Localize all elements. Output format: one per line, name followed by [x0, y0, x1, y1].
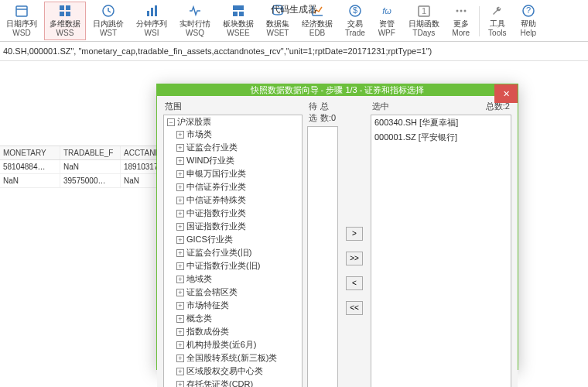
expand-icon[interactable]: + — [176, 315, 184, 323]
toolbar-wsee[interactable]: 板块数据WSEE — [217, 2, 259, 40]
svg-rect-7 — [147, 11, 149, 16]
expand-icon[interactable]: + — [176, 341, 184, 349]
dialog-title-bar: 快照数据数据向导 - 步骤 1/3 - 证券和指标选择 ✕ — [157, 84, 518, 96]
selected-item[interactable]: 000001.SZ [平安银行] — [371, 130, 511, 145]
fx-icon: fω — [380, 4, 394, 18]
close-icon: ✕ — [503, 89, 510, 99]
tree-item[interactable]: +国证指数行业类 — [176, 220, 302, 233]
cell[interactable]: 58104884… — [0, 160, 60, 173]
tree-item[interactable]: +证监会行业类 — [176, 141, 302, 154]
svg-point-21 — [463, 10, 466, 12]
toolbar-trade[interactable]: $交易Trade — [340, 2, 371, 40]
expand-icon[interactable]: + — [176, 197, 184, 204]
expand-icon[interactable]: + — [176, 276, 184, 283]
tree-item[interactable]: +中信证券特殊类 — [176, 194, 302, 207]
tree-item[interactable]: +中信证券行业类 — [176, 180, 302, 194]
svg-rect-10 — [233, 5, 244, 10]
selected-list[interactable]: 600340.SH [华夏幸福]000001.SZ [平安银行] — [371, 115, 511, 387]
expand-icon[interactable]: + — [176, 328, 184, 336]
cell[interactable]: 39575000… — [60, 174, 121, 187]
tree-item[interactable]: +指数成份类 — [176, 325, 302, 338]
toolbar-wpf[interactable]: fω资管WPF — [372, 2, 402, 40]
expand-icon[interactable]: + — [176, 262, 184, 270]
tree-item[interactable]: +申银万国行业类 — [176, 167, 302, 180]
wizard-dialog: 快照数据数据向导 - 步骤 1/3 - 证券和指标选择 ✕ 范围 −沪深股票 +… — [156, 84, 518, 370]
svg-rect-8 — [151, 8, 153, 16]
close-button[interactable]: ✕ — [494, 84, 518, 103]
expand-icon[interactable]: + — [176, 249, 184, 257]
pulse-icon — [188, 4, 202, 18]
expand-icon[interactable]: + — [176, 381, 184, 387]
expand-icon[interactable]: + — [176, 354, 184, 362]
tree-item[interactable]: +WIND行业类 — [176, 154, 302, 167]
expand-icon[interactable]: + — [176, 289, 184, 296]
svg-rect-3 — [66, 5, 70, 10]
expand-icon[interactable]: + — [176, 170, 184, 178]
tree-item[interactable]: +存托凭证类(CDR) — [176, 378, 302, 387]
cell[interactable]: NaN — [60, 160, 121, 173]
toolbar-tdays[interactable]: 1日期函数TDays — [403, 2, 445, 40]
pending-count: 总数:0 — [320, 101, 337, 124]
cell[interactable]: NaN — [0, 174, 60, 187]
expand-icon[interactable]: + — [176, 223, 184, 231]
tree-item[interactable]: +中证指数行业类 — [176, 207, 302, 220]
tree-item[interactable]: +证监会行业类(旧) — [176, 246, 302, 259]
svg-point-20 — [460, 10, 462, 12]
tree-root: 沪深股票 — [177, 117, 211, 126]
tree-item[interactable]: +机构持股类(近6月) — [176, 338, 302, 351]
svg-rect-12 — [239, 12, 244, 16]
svg-rect-2 — [60, 5, 64, 10]
tree-item[interactable]: +市场特征类 — [176, 299, 302, 312]
formula-bar: 40.SH,000001.SZ", "monetary_cap,tradable… — [0, 42, 588, 61]
add-button[interactable]: > — [346, 227, 363, 241]
toolbar-help[interactable]: ?帮助Help — [514, 2, 543, 40]
toolbar-wsq[interactable]: 实时行情WSQ — [174, 2, 216, 40]
tree-item[interactable]: +概念类 — [176, 312, 302, 325]
expand-icon[interactable]: + — [176, 210, 184, 217]
tree-item[interactable]: +市场类 — [176, 128, 302, 141]
dialog-title: 快照数据数据向导 - 步骤 1/3 - 证券和指标选择 — [251, 84, 425, 96]
toolbar-wsd[interactable]: 日期序列WSD — [1, 2, 43, 40]
pending-list[interactable] — [307, 126, 338, 387]
svg-rect-0 — [16, 6, 27, 16]
selected-label: 选中 — [372, 101, 389, 112]
toolbar-wsi[interactable]: 分钟序列WSI — [131, 2, 173, 40]
expand-icon[interactable]: + — [176, 368, 184, 375]
expand-icon[interactable]: + — [176, 157, 184, 165]
more-icon — [454, 4, 468, 18]
expand-icon[interactable]: + — [176, 131, 184, 139]
column-header[interactable]: TRADABLE_F — [60, 146, 121, 159]
help-icon: ? — [521, 4, 535, 18]
selected-item[interactable]: 600340.SH [华夏幸福] — [371, 115, 511, 130]
expand-icon[interactable]: + — [176, 236, 184, 244]
app-title: 代码生成器 — [271, 3, 317, 16]
add-all-button[interactable]: >> — [346, 252, 363, 265]
toolbar-wst[interactable]: 日内跳价WST — [87, 2, 129, 40]
tree-item[interactable]: +证监会辖区类 — [176, 286, 302, 299]
toolbar-tools[interactable]: 工具Tools — [483, 2, 512, 40]
expand-icon[interactable]: + — [176, 183, 184, 191]
svg-rect-11 — [233, 12, 238, 16]
toolbar-wss[interactable]: 多维数据WSS — [44, 2, 86, 40]
grid-icon — [58, 4, 72, 18]
collapse-icon[interactable]: − — [167, 118, 175, 126]
expand-icon[interactable]: + — [176, 302, 184, 310]
column-header[interactable]: MONETARY — [0, 146, 60, 159]
remove-button[interactable]: < — [346, 276, 363, 290]
tree-item[interactable]: +中证指数行业类(旧) — [176, 259, 302, 272]
calendar2-icon: 1 — [417, 4, 431, 18]
category-tree[interactable]: −沪深股票 +市场类+证监会行业类+WIND行业类+申银万国行业类+中信证券行业… — [163, 115, 303, 387]
toolbar-more[interactable]: 更多More — [446, 2, 476, 40]
calendar-icon — [15, 4, 29, 18]
tree-item[interactable]: +地域类 — [176, 272, 302, 286]
tree-item[interactable]: +全国股转系统(新三板)类 — [176, 351, 302, 365]
remove-all-button[interactable]: << — [346, 301, 363, 315]
dollar-icon: $ — [348, 4, 362, 18]
svg-rect-4 — [60, 12, 64, 16]
svg-text:fω: fω — [382, 6, 391, 15]
pending-label: 待选 — [309, 101, 320, 124]
svg-point-19 — [456, 10, 458, 12]
tree-item[interactable]: +GICS行业类 — [176, 233, 302, 246]
expand-icon[interactable]: + — [176, 144, 184, 152]
tree-item[interactable]: +区域股权交易中心类 — [176, 365, 302, 378]
